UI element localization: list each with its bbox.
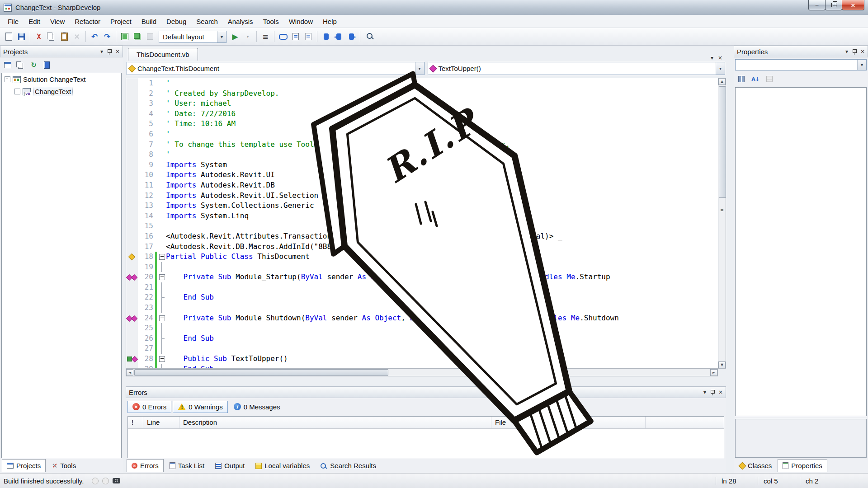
code-line[interactable]: 21 xyxy=(126,282,718,293)
grid-column-header[interactable]: Description xyxy=(179,417,491,428)
whitespace-toggle-button[interactable] xyxy=(277,31,289,42)
tab-properties[interactable]: Properties xyxy=(778,459,827,472)
horizontal-scroll-thumb[interactable] xyxy=(134,369,388,376)
code-line[interactable]: 4' Date: 7/2/2016 xyxy=(126,109,718,119)
tab-tools[interactable]: Tools xyxy=(47,459,81,472)
code-line[interactable]: 11Imports Autodesk.Revit.DB xyxy=(126,180,718,191)
fold-toggle[interactable] xyxy=(158,354,166,364)
menu-item[interactable]: Window xyxy=(284,15,318,28)
code-line[interactable]: 17<Autodesk.Revit.DB.Macros.AddInId("8B8… xyxy=(126,242,718,252)
close-icon[interactable]: × xyxy=(115,49,120,54)
code-line[interactable]: 18Partial Public Class ThisDocument xyxy=(126,252,718,262)
messages-filter-button[interactable]: i 0 Messages xyxy=(229,401,285,413)
menu-item[interactable]: Project xyxy=(105,15,137,28)
code-line[interactable]: 12Imports Autodesk.Revit.UI.Selection xyxy=(126,191,718,201)
next-bookmark-button[interactable]: ► xyxy=(345,31,357,42)
close-icon[interactable]: × xyxy=(860,49,865,54)
vertical-scrollbar[interactable]: ▲ ≡ ▼ xyxy=(718,78,726,369)
refresh-button[interactable]: ↻ xyxy=(28,60,39,71)
new-file-button[interactable] xyxy=(3,31,14,42)
copy-button[interactable] xyxy=(46,31,57,42)
menu-item[interactable]: Refactor xyxy=(70,15,105,28)
cancel-build-button[interactable] xyxy=(144,31,156,42)
code-line[interactable]: 10Imports Autodesk.Revit.UI xyxy=(126,170,718,180)
menu-item[interactable]: Tools xyxy=(258,15,284,28)
layout-combobox[interactable]: Default layout ▾ xyxy=(159,31,226,43)
code-line[interactable]: 20 Private Sub Module_Startup(ByVal send… xyxy=(126,272,718,282)
toggle-bookmark-button[interactable] xyxy=(320,31,332,42)
menu-item[interactable]: Analysis xyxy=(223,15,258,28)
prev-bookmark-button[interactable]: ◄ xyxy=(333,31,344,42)
chevron-down-icon[interactable]: ▾ xyxy=(703,389,706,395)
tab-task-list[interactable]: Task List xyxy=(165,459,209,472)
uncomment-region-button[interactable] xyxy=(302,31,314,42)
code-line[interactable]: 23 xyxy=(126,303,718,313)
menu-item[interactable]: Debug xyxy=(161,15,191,28)
code-line[interactable]: 1' xyxy=(126,78,718,89)
code-line[interactable]: 29 End Sub xyxy=(126,364,718,369)
paste-button[interactable] xyxy=(58,31,70,42)
code-line[interactable]: 15 xyxy=(126,221,718,231)
code-line[interactable]: 9Imports System xyxy=(126,160,718,170)
code-line[interactable]: 13Imports System.Collections.Generic xyxy=(126,201,718,211)
maximize-button[interactable] xyxy=(825,0,842,10)
scroll-up-button[interactable]: ▲ xyxy=(718,78,726,85)
close-button[interactable]: × xyxy=(842,0,864,10)
camera-icon[interactable] xyxy=(113,478,120,483)
grid-column-header[interactable]: ! xyxy=(128,417,143,428)
menu-item[interactable]: Search xyxy=(191,15,223,28)
tab-projects[interactable]: Projects xyxy=(2,459,46,472)
class-combobox[interactable]: ChangeText.ThisDocument ▾ xyxy=(127,62,425,75)
horizontal-scrollbar[interactable]: ◄ ► xyxy=(126,369,718,376)
categorized-button[interactable] xyxy=(735,73,748,85)
build-solution-button[interactable] xyxy=(132,31,143,42)
expand-expander-icon[interactable] xyxy=(14,89,20,94)
code-line[interactable]: 14Imports System.Linq xyxy=(126,211,718,221)
search-button[interactable] xyxy=(363,31,375,42)
tree-item-solution[interactable]: Solution ChangeText xyxy=(2,73,121,85)
window-list-icon[interactable]: ▾ xyxy=(711,55,713,61)
build-button[interactable] xyxy=(119,31,131,42)
document-tab[interactable]: ThisDocument.vb xyxy=(128,48,198,61)
code-line[interactable]: 2' Created by SharpDevelop. xyxy=(126,89,718,99)
menu-item[interactable]: View xyxy=(45,15,70,28)
comment-region-button[interactable] xyxy=(290,31,302,42)
code-line[interactable]: 25 xyxy=(126,323,718,333)
tab-output[interactable]: Output xyxy=(210,459,250,472)
fold-toggle[interactable] xyxy=(158,313,166,324)
chevron-down-icon[interactable]: ▾ xyxy=(100,49,103,54)
scroll-down-button[interactable]: ▼ xyxy=(718,361,726,368)
properties-window-button[interactable] xyxy=(2,60,13,71)
member-combobox[interactable]: TextToUpper() ▾ xyxy=(428,62,726,75)
tab-classes[interactable]: Classes xyxy=(735,459,777,472)
scroll-right-button[interactable]: ► xyxy=(710,369,717,376)
code-line[interactable]: 19 xyxy=(126,262,718,272)
code-line[interactable]: 3' User: michael xyxy=(126,99,718,109)
pin-icon[interactable] xyxy=(107,49,111,55)
class-library-button[interactable] xyxy=(41,60,52,71)
warnings-filter-button[interactable]: ! 0 Warnings xyxy=(173,401,227,413)
code-line[interactable]: 22 End Sub xyxy=(126,292,718,303)
link-file-button[interactable] xyxy=(15,60,26,71)
code-line[interactable]: 8' xyxy=(126,150,718,160)
grid-column-header[interactable]: Line xyxy=(143,417,179,428)
grid-column-header[interactable]: Path xyxy=(569,417,646,428)
code-line[interactable]: 5' Time: 10:16 AM xyxy=(126,119,718,129)
code-line[interactable]: 24 Private Sub Module_Shutdown(ByVal sen… xyxy=(126,313,718,324)
code-line[interactable]: 28 Public Sub TextToUpper() xyxy=(126,354,718,364)
code-view[interactable]: 1'2' Created by SharpDevelop.3' User: mi… xyxy=(126,78,718,369)
pin-icon[interactable] xyxy=(710,389,714,395)
format-code-button[interactable]: ≡ xyxy=(259,31,271,42)
delete-button[interactable] xyxy=(71,31,83,42)
minimize-button[interactable]: ─ xyxy=(808,0,826,10)
chevron-down-icon[interactable]: ▾ xyxy=(845,49,848,54)
menu-item[interactable]: File xyxy=(3,15,24,28)
tab-errors[interactable]: × Errors xyxy=(127,459,164,472)
menu-item[interactable]: Edit xyxy=(24,15,45,28)
properties-object-combobox[interactable]: ▾ xyxy=(735,59,867,70)
menu-item[interactable]: Help xyxy=(318,15,342,28)
run-options-button[interactable]: ▾ xyxy=(242,31,254,42)
undo-button[interactable]: ↶ xyxy=(89,31,100,42)
property-pages-button[interactable] xyxy=(763,73,776,85)
code-line[interactable]: 7' To change this template use Tools | O… xyxy=(126,140,718,150)
